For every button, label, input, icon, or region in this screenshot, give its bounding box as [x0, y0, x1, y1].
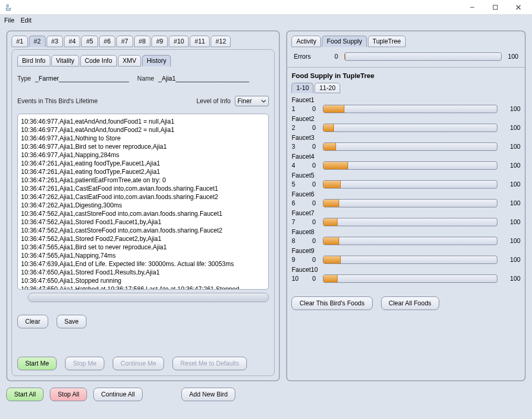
subtab-bird-info[interactable]: Bird Info [17, 55, 50, 67]
event-line: 10:36:47:639,Ajia1,End of Life. Expected… [21, 260, 265, 268]
faucet-name: Faucet3 [291, 134, 520, 141]
maximize-button[interactable] [484, 0, 507, 15]
faucet-name: Faucet8 [291, 228, 520, 236]
faucets-container: Faucet110100Faucet220100Faucet330100Fauc… [291, 96, 520, 283]
faucet-index: 7 [291, 218, 301, 226]
faucet-8: Faucet880100 [291, 228, 520, 245]
reset-me-button[interactable]: Reset Me to Defaults [172, 357, 247, 370]
clear-this-foods-button[interactable]: Clear This Bird's Foods [291, 296, 372, 310]
faucet-min: 0 [308, 200, 316, 207]
faucet-min: 0 [308, 124, 316, 131]
bird-subtabs: Bird InfoVitalityCode InfoXMVHistory [17, 55, 269, 67]
horizontal-scrollbar[interactable] [28, 293, 269, 302]
faucet-index: 6 [291, 200, 301, 207]
continue-me-button[interactable]: Continue Me [113, 357, 164, 370]
faucet-bar [323, 124, 497, 132]
add-new-bird-button[interactable]: Add New Bird [181, 388, 235, 401]
left-panel: #1#2#3#4#5#6#7#8#9#10#11#12 Bird InfoVit… [6, 30, 280, 381]
continue-all-button[interactable]: Continue All [93, 388, 143, 401]
start-all-button[interactable]: Start All [6, 388, 44, 401]
minimize-button[interactable] [461, 0, 484, 15]
range-tab-11-20[interactable]: 11-20 [314, 83, 340, 93]
subtab-history[interactable]: History [142, 55, 171, 67]
event-line: 10:36:47:261,Ajia1,patientEatFromTree,at… [21, 176, 265, 184]
event-line: 10:36:46:977,Ajia1,eatAndAnd,foundFood1 … [21, 117, 265, 126]
faucet-index: 1 [291, 105, 301, 113]
bird-tab-8[interactable]: #8 [134, 36, 150, 47]
faucet-2: Faucet220100 [291, 115, 520, 132]
event-line: 10:36:47:261,Ajia1,eating foodType,Fauce… [21, 168, 265, 176]
bird-detail-panel: Bird InfoVitalityCode InfoXMVHistory Typ… [12, 49, 275, 376]
close-button[interactable] [507, 0, 530, 15]
menu-edit[interactable]: Edit [20, 17, 31, 24]
save-button[interactable]: Save [57, 315, 86, 328]
faucet-max: 100 [505, 181, 520, 188]
right-tab-tupletree[interactable]: TupleTree [368, 36, 406, 47]
faucet-name: Faucet4 [291, 153, 520, 160]
level-value: Finer [237, 97, 252, 105]
faucet-min: 0 [308, 143, 316, 150]
right-tab-activity[interactable]: Activity [291, 36, 321, 47]
faucet-bar [323, 256, 497, 264]
faucet-name: Faucet2 [291, 115, 520, 123]
event-line: 10:36:47:261,Ajia1,eating foodType,Fauce… [21, 159, 265, 168]
events-list[interactable]: 10:36:46:977,Ajia1,eatAndAnd,foundFood1 … [17, 114, 269, 290]
type-value: _Farmer____________________ [35, 75, 129, 82]
right-panel: ActivityFood SupplyTupleTree Errors 0 10… [286, 30, 526, 381]
bird-tab-10[interactable]: #10 [169, 36, 189, 47]
bird-tab-5[interactable]: #5 [81, 36, 97, 47]
bird-tab-7[interactable]: #7 [116, 36, 133, 47]
bird-tab-2[interactable]: #2 [29, 36, 45, 47]
faucet-bar [323, 142, 497, 151]
faucet-name: Faucet9 [291, 247, 520, 255]
faucet-name: Faucet10 [291, 266, 520, 273]
bird-tab-6[interactable]: #6 [99, 36, 115, 47]
right-tab-food-supply[interactable]: Food Supply [322, 36, 366, 47]
stop-all-button[interactable]: Stop All [50, 388, 87, 401]
faucet-9: Faucet990100 [291, 247, 520, 264]
level-label: Level of Info [197, 97, 231, 105]
subtab-xmv[interactable]: XMV [118, 55, 141, 67]
window-titlebar [0, 0, 532, 15]
subtab-vitality[interactable]: Vitality [51, 55, 79, 67]
faucet-max: 100 [505, 124, 520, 131]
faucet-max: 100 [505, 256, 520, 263]
level-select[interactable]: Finer [235, 96, 269, 106]
right-tabs: ActivityFood SupplyTupleTree [291, 36, 520, 47]
errors-min: 0 [317, 53, 338, 60]
food-supply-title: Food Supply in TupleTree [291, 72, 520, 80]
faucet-min: 0 [308, 181, 316, 188]
event-line: 10:36:47:650,Ajia1,Stopped running [21, 277, 265, 285]
bird-tab-9[interactable]: #9 [151, 36, 168, 47]
bird-tab-11[interactable]: #11 [190, 36, 210, 47]
event-line: 10:36:46:977,Ajia1,Nothing to Store [21, 134, 265, 142]
faucet-min: 0 [308, 162, 316, 169]
faucet-bar [323, 180, 497, 189]
name-value: _Ajia1_____________________ [158, 75, 249, 82]
range-tab-1-10[interactable]: 1-10 [291, 83, 313, 93]
stop-me-button[interactable]: Stop Me [65, 357, 104, 370]
errors-bar [344, 52, 502, 61]
menubar: File Edit [0, 15, 532, 26]
faucet-bar [323, 199, 497, 207]
faucet-name: Faucet5 [291, 172, 520, 179]
svg-rect-1 [493, 5, 497, 9]
event-line: 10:36:46:977,Ajia1,eatAndAnd,foundFood2 … [21, 126, 265, 134]
bird-tab-4[interactable]: #4 [64, 36, 80, 47]
errors-label: Errors [294, 53, 311, 60]
faucet-max: 100 [505, 237, 520, 245]
clear-button[interactable]: Clear [17, 315, 48, 328]
faucet-index: 5 [291, 181, 301, 188]
event-line: 10:36:47:261,Ajia1,CastEatFood into,com.… [21, 184, 265, 193]
bird-tab-12[interactable]: #12 [211, 36, 231, 47]
faucet-index: 9 [291, 256, 301, 263]
event-line: 10:36:47:562,Ajia1,castStoreFood into,co… [21, 210, 265, 218]
start-me-button[interactable]: Start Me [17, 357, 57, 370]
menu-file[interactable]: File [4, 17, 14, 24]
faucet-max: 100 [505, 143, 520, 150]
clear-all-foods-button[interactable]: Clear All Foods [381, 296, 439, 310]
faucet-name: Faucet6 [291, 191, 520, 198]
bird-tab-1[interactable]: #1 [12, 36, 28, 47]
subtab-code-info[interactable]: Code Info [80, 55, 117, 67]
bird-tab-3[interactable]: #3 [47, 36, 63, 47]
